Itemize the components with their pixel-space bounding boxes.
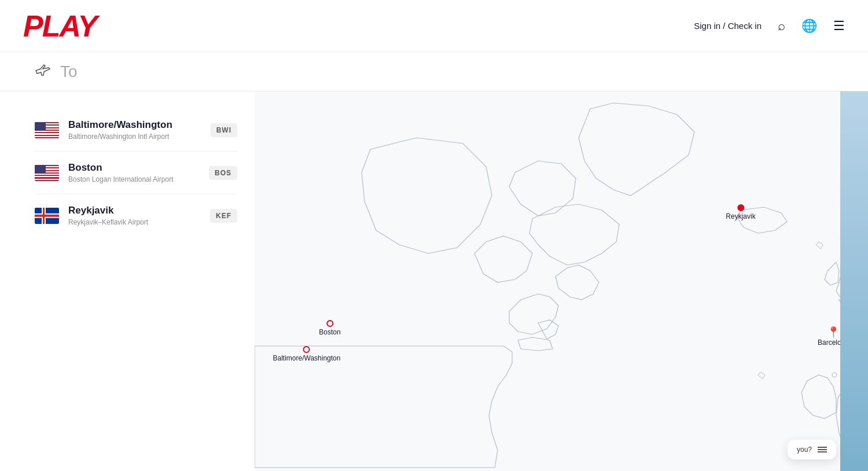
airport-code-bos: BOS xyxy=(209,166,237,180)
airport-name-bos: Boston Logan International Airport xyxy=(68,175,200,183)
to-label: To xyxy=(60,62,78,81)
airport-name-bwi: Baltimore/Washington Intl Airport xyxy=(68,133,201,141)
chat-toggle-line2 xyxy=(818,449,827,450)
airport-code-kef: KEF xyxy=(210,209,237,223)
airport-city-bos: Boston xyxy=(68,162,200,174)
search-icon[interactable]: ⌕ xyxy=(778,19,785,34)
logo[interactable]: PLAY xyxy=(23,11,97,41)
reykjavik-pin[interactable]: Reykjavik xyxy=(726,204,755,220)
flag-is-kef xyxy=(35,208,59,224)
airport-item-bwi[interactable]: Baltimore/Washington Baltimore/Washingto… xyxy=(35,109,237,152)
world-map xyxy=(255,91,868,471)
airport-item-bos[interactable]: Boston Boston Logan International Airpor… xyxy=(35,152,237,194)
airport-name-kef: Reykjavik–Keflavik Airport xyxy=(68,218,201,226)
svg-rect-0 xyxy=(255,91,868,471)
globe-icon[interactable]: 🌐 xyxy=(801,19,817,34)
airport-list: Baltimore/Washington Baltimore/Washingto… xyxy=(0,91,255,471)
barcelona-location-icon: 📍 xyxy=(827,326,840,338)
header-right: Sign in / Check in ⌕ 🌐 ☰ xyxy=(694,19,845,34)
sign-in-link[interactable]: Sign in / Check in xyxy=(694,21,762,31)
reykjavik-label: Reykjavik xyxy=(726,212,755,220)
boston-pin[interactable]: Boston xyxy=(319,320,340,336)
header: PLAY Sign in / Check in ⌕ 🌐 ☰ xyxy=(0,0,868,52)
boston-dot xyxy=(326,320,333,327)
bwi-label: Baltimore/Washington xyxy=(273,354,341,362)
airport-info-bwi: Baltimore/Washington Baltimore/Washingto… xyxy=(68,119,201,141)
flag-us-bwi xyxy=(35,122,59,138)
airport-code-bwi: BWI xyxy=(211,123,237,137)
right-decoration xyxy=(840,91,868,471)
map-container: Reykjavik Boston Baltimore/Washington 📍 … xyxy=(255,91,868,471)
boston-label: Boston xyxy=(319,328,340,336)
airport-info-kef: Reykjavik Reykjavik–Keflavik Airport xyxy=(68,205,201,226)
airport-info-bos: Boston Boston Logan International Airpor… xyxy=(68,162,200,183)
flag-us-bos xyxy=(35,165,59,181)
main-content: Baltimore/Washington Baltimore/Washingto… xyxy=(0,91,868,471)
sub-header: To xyxy=(0,52,868,91)
chat-toggle-line1 xyxy=(818,447,827,448)
chat-toggle[interactable] xyxy=(818,447,827,452)
chat-toggle-line3 xyxy=(818,451,827,452)
bwi-dot xyxy=(303,346,310,353)
plane-icon xyxy=(35,64,51,80)
chat-widget[interactable]: you? xyxy=(788,440,836,459)
menu-icon[interactable]: ☰ xyxy=(833,19,845,34)
reykjavik-dot xyxy=(737,204,744,211)
bwi-pin[interactable]: Baltimore/Washington xyxy=(273,346,341,362)
airport-city-bwi: Baltimore/Washington xyxy=(68,119,201,131)
chat-widget-text: you? xyxy=(797,446,812,454)
airport-city-kef: Reykjavik xyxy=(68,205,201,216)
airport-item-kef[interactable]: Reykjavik Reykjavik–Keflavik Airport KEF xyxy=(35,194,237,237)
